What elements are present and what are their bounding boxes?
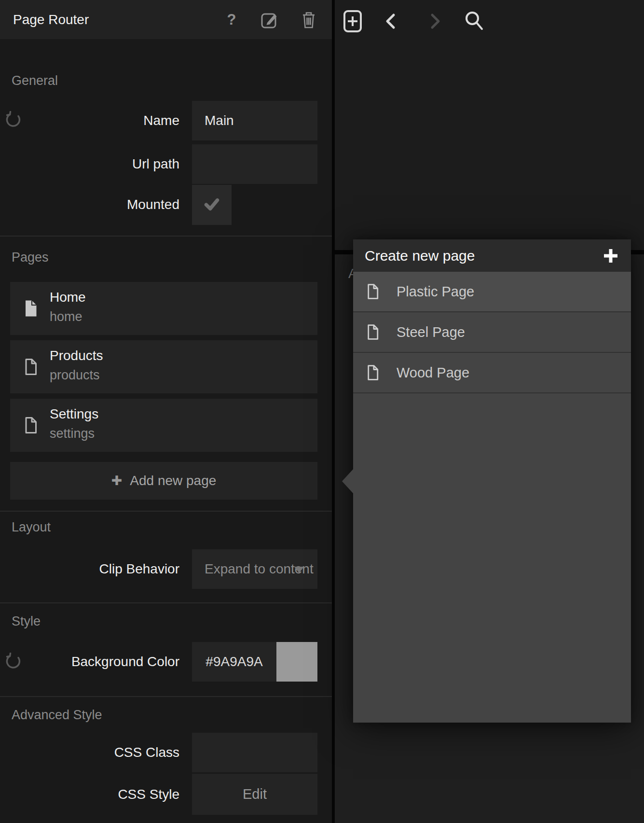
- page-title: Home: [50, 290, 86, 305]
- page-outline-icon: [24, 417, 38, 436]
- popup-item-label: Wood Page: [397, 353, 469, 392]
- section-divider: [0, 696, 332, 697]
- section-label-advanced-style: Advanced Style: [12, 708, 102, 723]
- color-swatch[interactable]: [276, 642, 317, 682]
- create-page-popup: Create new page Plastic Page: [353, 239, 631, 723]
- page-path: settings: [50, 426, 95, 441]
- search-icon[interactable]: [463, 10, 485, 34]
- page-row-home[interactable]: Home home: [10, 282, 317, 335]
- css-class-label: CSS Class: [0, 733, 179, 772]
- page-title: Products: [50, 348, 103, 363]
- page-row-settings[interactable]: Settings settings: [10, 399, 317, 452]
- clip-behavior-label: Clip Behavior: [0, 549, 179, 589]
- section-label-style: Style: [12, 614, 41, 629]
- popup-header: Create new page: [353, 239, 631, 272]
- add-new-page-button[interactable]: ✚ Add new page: [10, 462, 317, 500]
- page-row-products[interactable]: Products products: [10, 340, 317, 393]
- page-outline-icon: [367, 364, 379, 383]
- section-label-pages: Pages: [12, 250, 49, 265]
- add-page-icon[interactable]: [343, 10, 362, 35]
- panel-title: Page Router: [13, 0, 89, 39]
- mounted-label: Mounted: [0, 185, 179, 224]
- help-icon[interactable]: ?: [222, 0, 241, 39]
- css-style-label: CSS Style: [0, 774, 179, 815]
- checkmark-icon: [202, 194, 222, 216]
- section-label-general: General: [12, 73, 58, 88]
- trash-icon[interactable]: [299, 0, 318, 39]
- add-new-page-label: Add new page: [130, 473, 216, 488]
- edit-icon[interactable]: [260, 0, 279, 39]
- page-path: home: [50, 309, 82, 324]
- node-canvas[interactable]: [335, 0, 644, 250]
- background-color-value[interactable]: #9A9A9A: [192, 642, 276, 682]
- properties-panel-header: Page Router ?: [0, 0, 332, 39]
- popup-item-label: Plastic Page: [397, 272, 474, 311]
- page-path: products: [50, 368, 100, 383]
- popup-item-divider: [353, 392, 631, 393]
- popup-item-label: Steel Page: [397, 312, 465, 352]
- url-path-label: Url path: [0, 144, 179, 184]
- page-outline-icon: [367, 323, 379, 343]
- section-divider: [0, 511, 332, 512]
- css-class-input[interactable]: [192, 733, 317, 772]
- forward-chevron-icon[interactable]: [426, 13, 443, 31]
- page-title: Settings: [50, 406, 98, 422]
- popup-item-plastic-page[interactable]: Plastic Page: [353, 272, 631, 311]
- properties-panel: Page Router ? Gener: [0, 0, 332, 823]
- app-window: Page Router ? Gener: [0, 0, 644, 823]
- section-divider: [0, 236, 332, 237]
- popup-title: Create new page: [365, 239, 475, 272]
- back-chevron-icon[interactable]: [383, 13, 399, 31]
- plus-icon: ✚: [111, 473, 123, 488]
- popup-item-wood-page[interactable]: Wood Page: [353, 353, 631, 392]
- create-page-plus-icon[interactable]: [602, 247, 619, 266]
- name-input[interactable]: Main: [192, 101, 317, 140]
- page-outline-icon: [367, 283, 379, 302]
- css-style-edit-button[interactable]: Edit: [192, 774, 317, 815]
- caret-down-icon: [294, 567, 304, 573]
- background-color-label: Background Color: [0, 642, 179, 682]
- mounted-checkbox[interactable]: [192, 185, 232, 225]
- popup-item-steel-page[interactable]: Steel Page: [353, 312, 631, 352]
- page-outline-icon: [24, 358, 38, 377]
- url-path-input[interactable]: [192, 144, 317, 184]
- section-divider: [0, 602, 332, 603]
- page-filled-icon: [24, 300, 38, 319]
- section-label-layout: Layout: [12, 520, 51, 535]
- name-label: Name: [0, 101, 179, 140]
- popup-arrow: [342, 469, 353, 493]
- clip-behavior-select[interactable]: Expand to content: [192, 549, 317, 589]
